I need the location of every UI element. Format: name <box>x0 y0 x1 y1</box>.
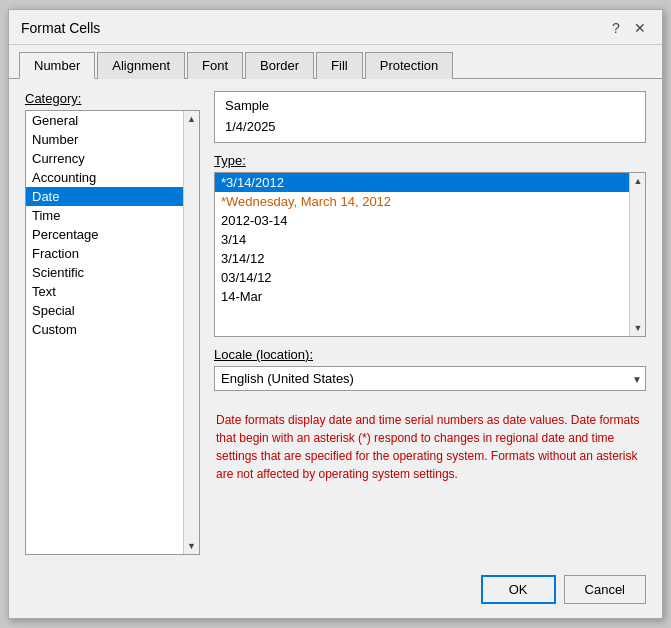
tab-protection[interactable]: Protection <box>365 52 454 79</box>
category-item-custom[interactable]: Custom <box>26 320 183 339</box>
category-panel: Category: General Number Currency Accoun… <box>25 91 200 555</box>
type-item-0[interactable]: *3/14/2012 <box>215 173 629 192</box>
category-list: General Number Currency Accounting Date … <box>26 111 183 554</box>
locale-select[interactable]: English (United States) English (United … <box>214 366 646 391</box>
tab-number[interactable]: Number <box>19 52 95 79</box>
type-item-2[interactable]: 2012-03-14 <box>215 211 629 230</box>
type-list-wrapper: *3/14/2012 *Wednesday, March 14, 2012 20… <box>214 172 646 337</box>
type-scroll-down[interactable]: ▼ <box>630 320 646 336</box>
locale-select-wrapper: English (United States) English (United … <box>214 366 646 391</box>
category-list-wrapper: General Number Currency Accounting Date … <box>25 110 200 555</box>
category-item-text[interactable]: Text <box>26 282 183 301</box>
buttons-row: OK Cancel <box>9 567 662 618</box>
description-area: Date formats display date and time seria… <box>214 411 646 483</box>
type-scrollbar: ▲ ▼ <box>629 173 645 336</box>
dialog-title: Format Cells <box>21 20 100 36</box>
ok-button[interactable]: OK <box>481 575 556 604</box>
type-item-4[interactable]: 3/14/12 <box>215 249 629 268</box>
category-item-percentage[interactable]: Percentage <box>26 225 183 244</box>
sample-section: Sample 1/4/2025 <box>214 91 646 143</box>
type-item-5[interactable]: 03/14/12 <box>215 268 629 287</box>
tab-font[interactable]: Font <box>187 52 243 79</box>
cancel-button[interactable]: Cancel <box>564 575 646 604</box>
content-area: Category: General Number Currency Accoun… <box>25 91 646 555</box>
type-scroll-up[interactable]: ▲ <box>630 173 646 189</box>
help-button[interactable]: ? <box>606 18 626 38</box>
type-item-3[interactable]: 3/14 <box>215 230 629 249</box>
category-scroll-up[interactable]: ▲ <box>184 111 200 127</box>
title-bar: Format Cells ? ✕ <box>9 10 662 45</box>
dialog-body: Category: General Number Currency Accoun… <box>9 79 662 567</box>
category-item-date[interactable]: Date <box>26 187 183 206</box>
right-panel: Sample 1/4/2025 Type: *3/14/2012 *Wednes… <box>214 91 646 555</box>
locale-label: Locale (location): <box>214 347 646 362</box>
type-item-6[interactable]: 14-Mar <box>215 287 629 306</box>
category-item-special[interactable]: Special <box>26 301 183 320</box>
category-item-currency[interactable]: Currency <box>26 149 183 168</box>
type-scroll-track <box>630 189 645 320</box>
type-section: Type: *3/14/2012 *Wednesday, March 14, 2… <box>214 153 646 337</box>
type-item-1[interactable]: *Wednesday, March 14, 2012 <box>215 192 629 211</box>
category-scroll-down[interactable]: ▼ <box>184 538 200 554</box>
category-item-scientific[interactable]: Scientific <box>26 263 183 282</box>
tab-fill[interactable]: Fill <box>316 52 363 79</box>
sample-value: 1/4/2025 <box>225 117 635 136</box>
category-scrollbar: ▲ ▼ <box>183 111 199 554</box>
category-item-accounting[interactable]: Accounting <box>26 168 183 187</box>
tab-border[interactable]: Border <box>245 52 314 79</box>
tab-alignment[interactable]: Alignment <box>97 52 185 79</box>
tabs-row: Number Alignment Font Border Fill Protec… <box>9 45 662 79</box>
title-bar-buttons: ? ✕ <box>606 18 650 38</box>
locale-section: Locale (location): English (United State… <box>214 347 646 391</box>
category-item-number[interactable]: Number <box>26 130 183 149</box>
close-button[interactable]: ✕ <box>630 18 650 38</box>
format-cells-dialog: Format Cells ? ✕ Number Alignment Font B… <box>8 9 663 619</box>
category-item-general[interactable]: General <box>26 111 183 130</box>
type-label: Type: <box>214 153 646 168</box>
category-item-time[interactable]: Time <box>26 206 183 225</box>
category-item-fraction[interactable]: Fraction <box>26 244 183 263</box>
type-list: *3/14/2012 *Wednesday, March 14, 2012 20… <box>215 173 629 336</box>
sample-label: Sample <box>225 98 635 113</box>
category-label: Category: <box>25 91 200 106</box>
